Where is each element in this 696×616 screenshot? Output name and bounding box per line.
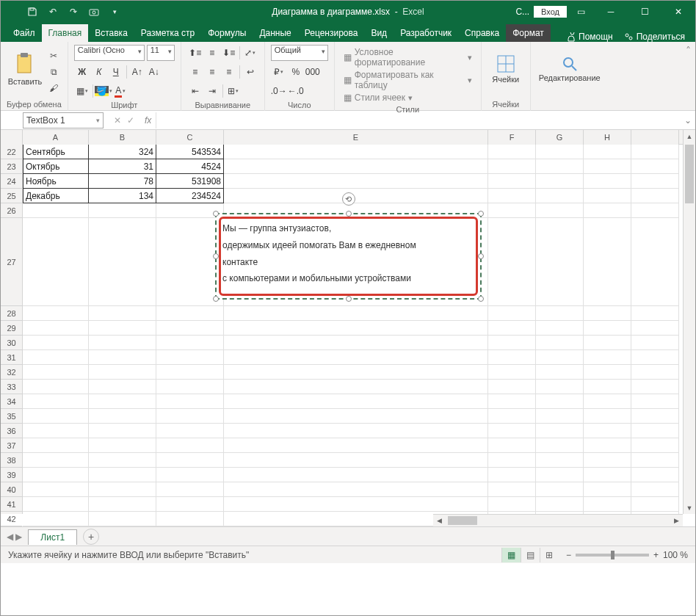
cell[interactable] — [224, 394, 488, 409]
cell[interactable] — [536, 203, 584, 218]
normal-view-icon[interactable]: ▦ — [501, 548, 521, 562]
cell[interactable] — [156, 380, 224, 394]
cell[interactable] — [631, 482, 679, 497]
align-right-icon[interactable]: ≡ — [221, 64, 237, 80]
resize-handle[interactable] — [478, 253, 484, 259]
row-header[interactable]: 25 — [1, 189, 22, 203]
font-name-select[interactable]: Calibri (Осно — [74, 45, 145, 61]
cell[interactable] — [584, 145, 631, 159]
cell[interactable] — [488, 409, 536, 424]
undo-icon[interactable]: ↶ — [43, 2, 62, 21]
underline-button[interactable]: Ч — [108, 64, 124, 80]
conditional-formatting-button[interactable]: ▦Условное форматирование ▾ — [341, 46, 475, 68]
login-button[interactable]: Вход — [534, 6, 567, 18]
cell[interactable] — [156, 497, 224, 512]
cell[interactable]: 324 — [89, 145, 156, 159]
align-bottom-icon[interactable]: ⬇≡ — [221, 45, 237, 61]
cell[interactable] — [584, 189, 631, 203]
cell[interactable] — [156, 218, 224, 306]
col-header[interactable]: B — [89, 130, 156, 145]
row-header[interactable]: 32 — [1, 365, 22, 380]
row-header[interactable]: 29 — [1, 321, 22, 336]
row-header[interactable]: 41 — [1, 497, 22, 512]
cell[interactable] — [536, 453, 584, 468]
cell[interactable] — [23, 336, 89, 350]
copy-icon[interactable]: ⧉ — [46, 65, 61, 79]
cell[interactable] — [631, 218, 679, 306]
col-header[interactable]: A — [23, 130, 89, 145]
row-header[interactable]: 30 — [1, 336, 22, 350]
row-header[interactable]: 22 — [1, 145, 22, 159]
cell[interactable] — [536, 321, 584, 336]
cell[interactable] — [23, 438, 89, 453]
decrease-indent-icon[interactable]: ⇤ — [187, 83, 203, 99]
cell[interactable] — [224, 482, 488, 497]
cell[interactable] — [156, 438, 224, 453]
row-header[interactable]: 33 — [1, 380, 22, 394]
row-header[interactable]: 42 — [1, 512, 22, 526]
cell[interactable] — [156, 482, 224, 497]
cell[interactable] — [89, 321, 156, 336]
cell[interactable]: 234524 — [156, 189, 224, 203]
vertical-scrollbar[interactable]: ▲ ▼ — [683, 130, 695, 514]
cell[interactable] — [584, 453, 631, 468]
scroll-thumb[interactable] — [448, 516, 477, 525]
col-header[interactable]: E — [224, 130, 488, 145]
sheet-nav[interactable]: ◀ ▶ — [1, 532, 28, 542]
qat-dropdown-icon[interactable]: ▾ — [105, 2, 124, 21]
cell[interactable] — [488, 438, 536, 453]
expand-formula-bar-icon[interactable]: ⌄ — [681, 115, 695, 126]
cell[interactable] — [488, 380, 536, 394]
cell[interactable]: 531908 — [156, 174, 224, 189]
maximize-button[interactable]: ☐ — [628, 1, 661, 23]
cell[interactable] — [488, 468, 536, 482]
cell[interactable]: Сентябрь — [23, 145, 89, 159]
cell[interactable] — [488, 365, 536, 380]
tab-view[interactable]: Вид — [364, 24, 394, 42]
cell[interactable] — [224, 306, 488, 321]
cell[interactable] — [584, 218, 631, 306]
cell[interactable] — [631, 365, 679, 380]
resize-handle[interactable] — [346, 296, 352, 302]
cell[interactable] — [89, 409, 156, 424]
cell[interactable] — [23, 394, 89, 409]
cell[interactable] — [584, 497, 631, 512]
cell[interactable] — [631, 321, 679, 336]
cell[interactable] — [488, 218, 536, 306]
row-header[interactable]: 31 — [1, 350, 22, 365]
cell[interactable] — [631, 306, 679, 321]
cut-icon[interactable]: ✂ — [46, 48, 61, 63]
zoom-in-button[interactable]: + — [653, 550, 659, 560]
camera-icon[interactable] — [84, 2, 104, 21]
cell[interactable] — [584, 380, 631, 394]
cell[interactable]: Ноябрь — [23, 174, 89, 189]
cell[interactable] — [23, 453, 89, 468]
orientation-icon[interactable]: ⤢ — [242, 45, 258, 61]
cell[interactable] — [488, 394, 536, 409]
cell[interactable] — [224, 497, 488, 512]
enter-formula-icon[interactable]: ✓ — [127, 115, 134, 126]
tell-me-button[interactable]: Помощн — [565, 32, 613, 42]
cancel-formula-icon[interactable]: ✕ — [114, 115, 121, 126]
cell[interactable] — [536, 365, 584, 380]
cell[interactable] — [584, 159, 631, 174]
cells-button[interactable]: Ячейки — [487, 45, 524, 93]
fill-color-icon[interactable]: 🪣 — [95, 83, 112, 99]
cell[interactable] — [536, 468, 584, 482]
row-header[interactable]: 39 — [1, 468, 22, 482]
cell[interactable] — [488, 321, 536, 336]
row-header[interactable]: 37 — [1, 438, 22, 453]
cell[interactable] — [156, 306, 224, 321]
cell[interactable] — [536, 159, 584, 174]
cell[interactable] — [536, 306, 584, 321]
tab-review[interactable]: Рецензирова — [298, 24, 365, 42]
cell[interactable] — [23, 350, 89, 365]
resize-handle[interactable] — [346, 211, 352, 217]
currency-icon[interactable]: ₽ — [271, 64, 287, 80]
textbox-content[interactable]: Мы — группа энтузиастов, одержимых идеей… — [222, 220, 474, 292]
cell[interactable] — [23, 306, 89, 321]
tab-formulas[interactable]: Формулы — [201, 24, 253, 42]
cell[interactable]: Декабрь — [23, 189, 89, 203]
cell[interactable] — [156, 468, 224, 482]
row-header[interactable]: 23 — [1, 159, 22, 174]
